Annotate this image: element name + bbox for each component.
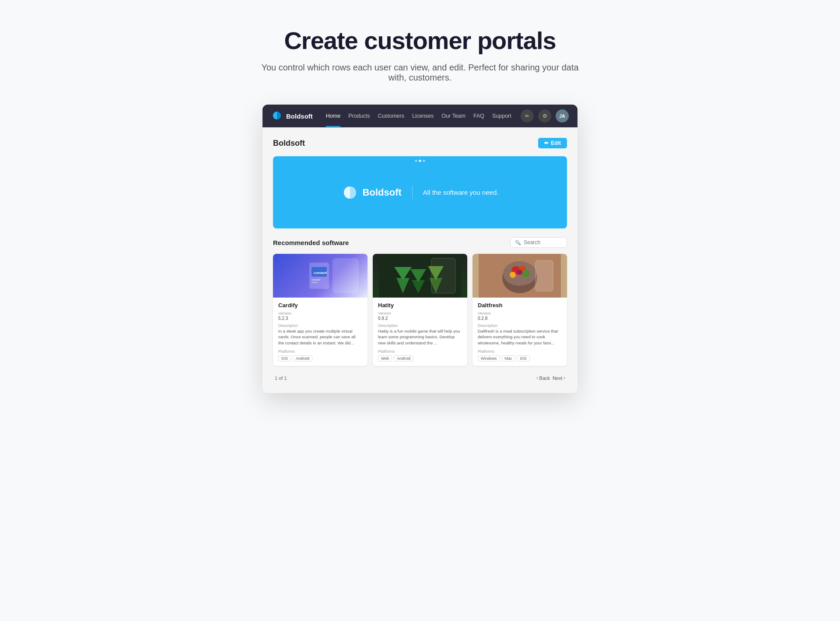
platforms-label-daltfresh: Platforms xyxy=(478,349,562,354)
pencil-icon-button[interactable]: ✏ xyxy=(521,109,534,123)
platforms-label-hatity: Platforms xyxy=(378,349,462,354)
next-button[interactable]: Next › xyxy=(553,375,565,381)
pagination-nav: ‹ Back Next › xyxy=(536,375,565,381)
main-content: Boldsoft ✏ Edit Boldsoft All the softw xyxy=(262,127,578,393)
card-body-daltfresh: Daltfresh Version 0.2.8 Description Dalt… xyxy=(472,298,567,366)
platform-android: Android xyxy=(293,355,312,361)
search-input[interactable] xyxy=(524,239,562,246)
svg-rect-21 xyxy=(536,260,553,291)
svg-point-19 xyxy=(510,272,516,278)
hero-banner: Boldsoft All the software you need. xyxy=(273,156,567,228)
search-icon: 🔍 xyxy=(515,240,521,246)
version-value-cardify: 5.2.3 xyxy=(278,316,362,321)
daltfresh-illustration xyxy=(472,254,567,298)
browser-window: Boldsoft Home Products Customers License… xyxy=(262,105,578,393)
hero-tagline: All the software you need. xyxy=(423,189,499,196)
svg-point-20 xyxy=(517,270,522,275)
platform-tags-hatity: Web Android xyxy=(378,355,462,361)
indicator-1 xyxy=(415,160,417,162)
edit-label: Edit xyxy=(551,140,561,146)
card-image-hatity xyxy=(373,254,467,298)
platform-web: Web xyxy=(378,355,392,361)
back-label: Back xyxy=(539,375,550,381)
page-count: 1 of 1 xyxy=(275,375,287,381)
brand-name: Boldsoft xyxy=(286,112,313,120)
hero-brand-name: Boldsoft xyxy=(363,187,402,198)
hero-brand-icon xyxy=(342,184,358,201)
desc-label-hatity: Description xyxy=(378,323,462,328)
hero-divider xyxy=(412,186,413,199)
svg-text:combell: combell xyxy=(314,271,327,275)
desc-text-daltfresh: Daltfresh is a meal subscription service… xyxy=(478,328,562,346)
nav-ourteam[interactable]: Our Team xyxy=(441,111,466,121)
card-image-cardify: combell xyxy=(273,254,368,298)
page-header: Create customer portals You control whic… xyxy=(254,26,586,83)
gear-icon-button[interactable]: ⚙ xyxy=(538,109,551,123)
section-title: Recommended software xyxy=(273,239,349,246)
cards-grid: combell Cardify Version 5.2.3 Descriptio… xyxy=(273,254,567,366)
hatity-illustration xyxy=(373,254,467,298)
company-header: Boldsoft ✏ Edit xyxy=(273,138,567,148)
pagination: 1 of 1 ‹ Back Next › xyxy=(273,372,567,382)
platforms-label-cardify: Platforms xyxy=(278,349,362,354)
version-value-daltfresh: 0.2.8 xyxy=(478,316,562,321)
indicator-2 xyxy=(419,160,421,162)
platform-android-h: Android xyxy=(394,355,413,361)
desc-text-cardify: In a sleek app you create multiple virtu… xyxy=(278,328,362,346)
card-name-hatity: Hatity xyxy=(378,302,462,309)
nav-customers[interactable]: Customers xyxy=(378,111,404,121)
card-cardify: combell Cardify Version 5.2.3 Descriptio… xyxy=(273,254,368,366)
platform-tags-daltfresh: Windows Mac iOS xyxy=(478,355,562,361)
version-label-daltfresh: Version xyxy=(478,311,562,316)
card-name-daltfresh: Daltfresh xyxy=(478,302,562,309)
desc-label-cardify: Description xyxy=(278,323,362,328)
indicator-3 xyxy=(423,160,425,162)
platform-tags-cardify: iOS Android xyxy=(278,355,362,361)
back-button[interactable]: ‹ Back xyxy=(536,375,550,381)
nav-home[interactable]: Home xyxy=(326,111,340,121)
edit-pencil-icon: ✏ xyxy=(544,140,549,146)
user-avatar[interactable]: JA xyxy=(556,109,569,123)
card-name-cardify: Cardify xyxy=(278,302,362,309)
card-hatity: Hatity Version 0.9.2 Description Hatity … xyxy=(373,254,467,366)
svg-rect-12 xyxy=(431,258,455,293)
nav-licenses[interactable]: Licenses xyxy=(412,111,434,121)
navbar-links: Home Products Customers Licenses Our Tea… xyxy=(326,111,521,121)
navbar: Boldsoft Home Products Customers License… xyxy=(262,105,578,127)
navbar-actions: ✏ ⚙ JA xyxy=(521,109,569,123)
version-label-hatity: Version xyxy=(378,311,462,316)
svg-rect-4 xyxy=(312,282,318,283)
nav-faq[interactable]: FAQ xyxy=(473,111,484,121)
hero-indicator xyxy=(415,160,425,162)
brand-logo-icon xyxy=(271,110,283,122)
desc-text-hatity: Hatity is a fun mobile game that will he… xyxy=(378,328,462,346)
version-label-cardify: Version xyxy=(278,311,362,316)
card-daltfresh: Daltfresh Version 0.2.8 Description Dalt… xyxy=(472,254,567,366)
page-subtitle: You control which rows each user can vie… xyxy=(254,63,586,83)
back-chevron-icon: ‹ xyxy=(536,375,538,380)
section-header: Recommended software 🔍 xyxy=(273,237,567,248)
nav-support[interactable]: Support xyxy=(492,111,511,121)
edit-button[interactable]: ✏ Edit xyxy=(538,138,567,148)
nav-products[interactable]: Products xyxy=(348,111,370,121)
svg-point-18 xyxy=(522,270,530,277)
platform-windows: Windows xyxy=(478,355,500,361)
desc-label-daltfresh: Description xyxy=(478,323,562,328)
company-name: Boldsoft xyxy=(273,139,305,148)
svg-rect-3 xyxy=(312,279,320,281)
next-label: Next xyxy=(553,375,563,381)
hero-logo: Boldsoft xyxy=(342,184,402,201)
navbar-brand: Boldsoft xyxy=(271,110,313,122)
card-body-cardify: Cardify Version 5.2.3 Description In a s… xyxy=(273,298,368,366)
page-title: Create customer portals xyxy=(254,26,586,55)
platform-ios: iOS xyxy=(278,355,291,361)
cardify-illustration: combell xyxy=(307,258,333,293)
next-chevron-icon: › xyxy=(564,375,565,380)
search-box[interactable]: 🔍 xyxy=(510,237,567,248)
card-image-daltfresh xyxy=(472,254,567,298)
version-value-hatity: 0.9.2 xyxy=(378,316,462,321)
platform-ios-d: iOS xyxy=(517,355,530,361)
platform-mac: Mac xyxy=(502,355,515,361)
card-body-hatity: Hatity Version 0.9.2 Description Hatity … xyxy=(373,298,467,366)
